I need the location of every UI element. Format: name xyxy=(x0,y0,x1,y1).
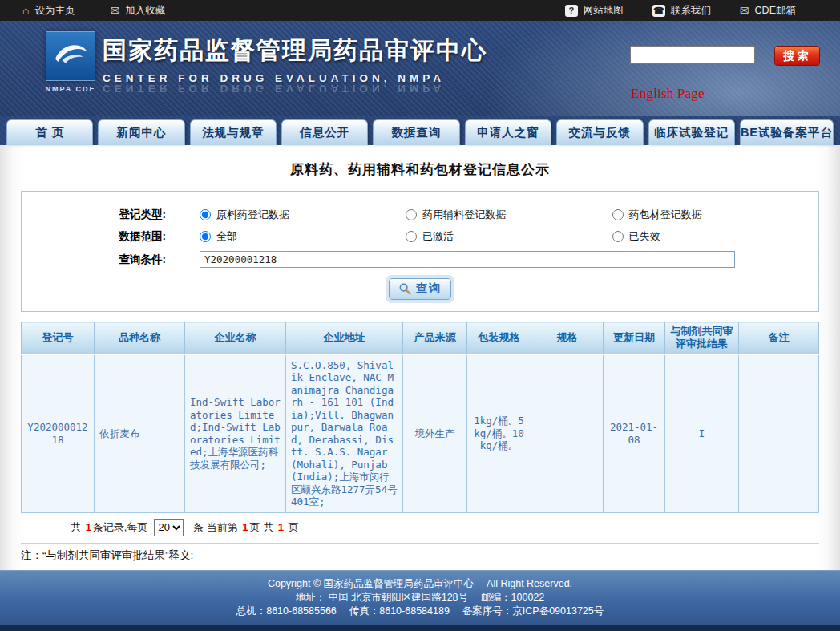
nav-tab-clinical-trial-registry[interactable]: 临床试验登记 xyxy=(648,119,735,145)
legend-title: 注：“与制剂共同审评审批结果”释义: xyxy=(21,548,819,563)
nav-tab-info-disclosure[interactable]: 信息公开 xyxy=(281,119,368,145)
contact-us-link[interactable]: ☎ 联系我们 xyxy=(652,4,711,18)
add-favorite-link[interactable]: ✉ 加入收藏 xyxy=(110,4,165,18)
query-button-row: 查询 xyxy=(22,278,818,300)
option-packaging-data[interactable]: 药包材登记数据 xyxy=(612,208,818,222)
col-remarks: 备注 xyxy=(739,322,819,354)
phone-icon: ☎ xyxy=(652,5,665,17)
sitemap-link[interactable]: ? 网站地图 xyxy=(565,4,624,18)
cell-company-address: S.C.O.850, Shivalik Enclave, NAC Manimaj… xyxy=(286,354,403,513)
set-homepage-label: 设为主页 xyxy=(34,4,75,18)
header-search-input[interactable] xyxy=(630,46,755,64)
site-footer: Copyright © 国家药品监督管理局药品审评中心 All Right Re… xyxy=(0,570,840,631)
query-button-label: 查询 xyxy=(416,281,442,296)
col-company-name: 企业名称 xyxy=(185,322,286,354)
english-page-link[interactable]: English Page xyxy=(631,85,705,102)
main-content: 原料药、药用辅料和药包材登记信息公示 登记类型: 原料药登记数据 药用辅料登记数… xyxy=(0,145,840,625)
radio-packaging-data[interactable] xyxy=(612,209,624,220)
results-table-wrap: 登记号 品种名称 企业名称 企业地址 产品来源 包装规格 规格 更新日期 与制剂… xyxy=(21,322,819,513)
table-row: Y20200001218 依折麦布 Ind-Swift Laboratories… xyxy=(22,354,819,513)
cell-joint-review-result: I xyxy=(665,354,739,513)
current-page: 1 xyxy=(240,521,249,533)
nav-tab-be-trial-platform[interactable]: BE试验备案平台 xyxy=(740,119,834,145)
site-header: NMPA CDE 国家药品监督管理局药品审评中心 CENTER FOR DRUG… xyxy=(0,21,840,116)
total-pages: 1 xyxy=(277,521,285,533)
option-activated[interactable]: 已激活 xyxy=(406,229,612,244)
cde-mail-label: CDE邮箱 xyxy=(755,4,796,18)
pagination-text: 条记录,每页 xyxy=(93,520,148,535)
radio-raw-material-data[interactable] xyxy=(200,209,211,220)
option-all[interactable]: 全部 xyxy=(200,229,406,244)
nav-tab-news[interactable]: 新闻中心 xyxy=(98,119,184,145)
data-scope-label: 数据范围: xyxy=(22,229,166,244)
query-condition-row: 查询条件: xyxy=(22,251,818,268)
nav-tab-applicant-window[interactable]: 申请人之窗 xyxy=(465,119,551,145)
col-registration-no: 登记号 xyxy=(22,322,95,354)
pagination-bar: 共 1条记录,每页 20 条 当前第 1页 共 1 页 xyxy=(21,513,819,544)
nav-tab-home[interactable]: 首 页 xyxy=(6,119,93,145)
nav-tab-regulations[interactable]: 法规与规章 xyxy=(190,119,277,145)
pagination-text: 页 xyxy=(285,520,299,535)
main-nav: 首 页 新闻中心 法规与规章 信息公开 数据查询 申请人之窗 交流与反馈 临床试… xyxy=(0,116,840,145)
footer-bottom-strip xyxy=(0,625,840,631)
query-button[interactable]: 查询 xyxy=(389,278,451,300)
nav-tab-feedback[interactable]: 交流与反馈 xyxy=(556,119,643,145)
set-homepage-link[interactable]: ⌂ 设为主页 xyxy=(22,4,75,18)
cell-product-name: 依折麦布 xyxy=(95,354,185,513)
footer-contact: 总机：8610-68585566 传真：8610-68584189 备案序号：京… xyxy=(0,605,840,618)
option-label: 已失效 xyxy=(629,229,660,244)
col-joint-review-result: 与制剂共同审评审批结果 xyxy=(665,322,739,354)
site-title-block: 国家药品监督管理局药品审评中心 CENTER FOR DRUG EVALUATI… xyxy=(103,34,487,95)
site-title-chinese: 国家药品监督管理局药品审评中心 xyxy=(103,34,487,67)
contact-us-label: 联系我们 xyxy=(671,4,711,18)
radio-all[interactable] xyxy=(200,231,211,242)
radio-excipient-data[interactable] xyxy=(406,209,417,220)
col-update-date: 更新日期 xyxy=(604,322,665,354)
utility-bar-right: ? 网站地图 ☎ 联系我们 ✉ CDE邮箱 xyxy=(565,4,796,18)
option-label: 全部 xyxy=(216,229,237,244)
option-label: 药用辅料登记数据 xyxy=(422,208,506,222)
add-favorite-label: 加入收藏 xyxy=(125,4,165,18)
cde-mail-link[interactable]: ✉ CDE邮箱 xyxy=(740,4,796,18)
radio-activated[interactable] xyxy=(406,231,417,242)
home-icon: ⌂ xyxy=(22,5,29,16)
cell-packaging-spec: 1kg/桶。5kg/桶。10kg/桶。 xyxy=(467,354,531,513)
col-company-address: 企业地址 xyxy=(286,322,403,354)
magnifier-icon xyxy=(398,282,412,296)
page-size-select[interactable]: 20 xyxy=(154,519,184,536)
utility-bar-left: ⌂ 设为主页 ✉ 加入收藏 xyxy=(22,4,165,18)
registration-type-row: 登记类型: 原料药登记数据 药用辅料登记数据 药包材登记数据 xyxy=(22,208,818,222)
footer-copyright: Copyright © 国家药品监督管理局药品审评中心 All Right Re… xyxy=(0,577,840,591)
footer-text-block: Copyright © 国家药品监督管理局药品审评中心 All Right Re… xyxy=(0,570,840,625)
results-table: 登记号 品种名称 企业名称 企业地址 产品来源 包装规格 规格 更新日期 与制剂… xyxy=(21,322,819,513)
cell-company-name: Ind-Swift Laboratories Limited;Ind-Swift… xyxy=(185,354,286,513)
col-spec: 规格 xyxy=(531,322,604,354)
nmpa-cde-logo[interactable]: NMPA CDE xyxy=(44,31,97,93)
radio-expired[interactable] xyxy=(612,231,624,242)
cell-product-source: 境外生产 xyxy=(403,354,467,513)
data-scope-row: 数据范围: 全部 已激活 已失效 xyxy=(22,229,818,244)
page-title: 原料药、药用辅料和药包材登记信息公示 xyxy=(0,145,840,189)
option-expired[interactable]: 已失效 xyxy=(612,229,818,244)
option-raw-material-data[interactable]: 原料药登记数据 xyxy=(200,208,406,222)
question-mark-icon: ? xyxy=(565,5,578,17)
sitemap-label: 网站地图 xyxy=(584,4,624,18)
envelope-icon: ✉ xyxy=(110,5,119,16)
cell-registration-no: Y20200001218 xyxy=(22,354,95,513)
nav-tab-data-query[interactable]: 数据查询 xyxy=(373,119,459,145)
option-excipient-data[interactable]: 药用辅料登记数据 xyxy=(406,208,612,222)
logo-caption: NMPA CDE xyxy=(44,85,97,93)
header-search-button[interactable]: 搜索 xyxy=(774,46,820,66)
header-search: 搜索 xyxy=(630,46,820,66)
table-header-row: 登记号 品种名称 企业名称 企业地址 产品来源 包装规格 规格 更新日期 与制剂… xyxy=(22,322,819,354)
query-condition-label: 查询条件: xyxy=(22,253,166,267)
col-product-source: 产品来源 xyxy=(403,322,467,354)
mail-icon: ✉ xyxy=(740,5,749,16)
utility-bar: ⌂ 设为主页 ✉ 加入收藏 ? 网站地图 ☎ 联系我们 ✉ CDE邮箱 xyxy=(0,0,840,21)
query-condition-input[interactable] xyxy=(200,251,735,268)
pagination-text: 条 当前第 xyxy=(190,520,240,535)
cell-spec xyxy=(531,354,604,513)
option-label: 药包材登记数据 xyxy=(629,208,702,222)
pagination-text: 共 xyxy=(71,520,84,535)
query-form-panel: 登记类型: 原料药登记数据 药用辅料登记数据 药包材登记数据 数据范围: 全部 xyxy=(21,191,819,312)
